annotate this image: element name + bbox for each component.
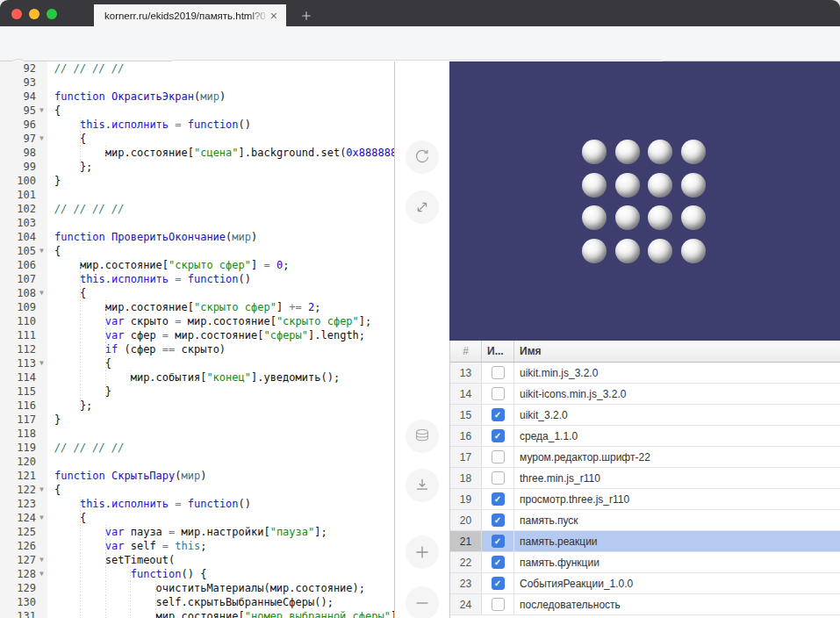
file-name[interactable]: uikit-icons.min.js_3.2.0 — [514, 384, 840, 404]
code-line[interactable]: } — [47, 174, 394, 188]
memory-sphere[interactable] — [648, 173, 672, 198]
code-line[interactable]: function ПроверитьОкончание(мир) — [47, 230, 394, 244]
fold-arrow-icon[interactable]: ▼ — [36, 511, 47, 525]
memory-sphere[interactable] — [648, 205, 672, 230]
refresh-button[interactable] — [406, 140, 439, 174]
code-line[interactable]: function() { — [47, 567, 394, 581]
code-line[interactable]: мир.состояние["скрыто сфер"] += 2; — [47, 300, 394, 314]
table-row[interactable]: 19просмотр.three.js_r110 — [450, 489, 840, 510]
zoom-window-button[interactable] — [47, 9, 57, 19]
file-name[interactable]: последовательность — [514, 594, 840, 614]
code-line[interactable]: { — [47, 244, 394, 258]
fold-arrow-icon[interactable]: ▼ — [36, 244, 47, 258]
code-line[interactable]: if (сфер == скрыто) — [47, 342, 394, 356]
used-checkbox[interactable] — [492, 429, 505, 442]
memory-sphere[interactable] — [582, 173, 607, 198]
used-checkbox[interactable] — [492, 471, 505, 485]
file-name[interactable]: просмотр.three.js_r110 — [514, 489, 840, 509]
table-row[interactable]: 20память.пуск — [450, 510, 840, 531]
code-line[interactable]: // // // // — [47, 61, 394, 75]
used-checkbox[interactable] — [492, 492, 505, 506]
code-editor[interactable]: 92939495▼9697▼9899100101102103104105▼106… — [0, 61, 395, 618]
code-line[interactable]: var скрыто = мир.состояние["скрыто сфер"… — [47, 314, 394, 328]
memory-sphere[interactable] — [615, 140, 640, 164]
code-line[interactable]: мир.состояние["скрыто сфер"] = 0; — [47, 258, 394, 272]
browser-tab[interactable]: kornerr.ru/ekids2019/память.html?0 × — [94, 4, 286, 26]
fold-arrow-icon[interactable]: ▼ — [36, 132, 47, 146]
new-tab-button[interactable] — [295, 4, 318, 26]
code-line[interactable]: мир.состояние["номер выбранной сферы"] — [47, 609, 394, 618]
memory-sphere[interactable] — [582, 205, 607, 230]
fold-arrow-icon[interactable]: ▼ — [36, 104, 47, 118]
file-name[interactable]: память.реакции — [514, 531, 840, 551]
fold-arrow-icon[interactable]: ▼ — [36, 567, 47, 581]
used-checkbox[interactable] — [492, 598, 505, 611]
code-line[interactable]: { — [47, 132, 394, 146]
file-name[interactable]: муром.редактор.шрифт-22 — [514, 447, 840, 467]
plus-button[interactable] — [406, 535, 439, 569]
code-line[interactable] — [47, 216, 394, 230]
used-checkbox[interactable] — [492, 577, 505, 590]
table-row[interactable]: 16среда_1.1.0 — [450, 426, 840, 447]
file-name[interactable]: СобытияРеакции_1.0.0 — [514, 573, 840, 593]
code-line[interactable]: this.исполнить = function() — [47, 272, 394, 286]
code-line[interactable]: function СкрытьПару(мир) — [47, 469, 394, 483]
code-line[interactable]: мир.состояние["сцена"].background.set(0x… — [47, 146, 394, 160]
table-row[interactable]: 23СобытияРеакции_1.0.0 — [450, 573, 840, 594]
table-row[interactable]: 13uikit.min.js_3.2.0 — [450, 363, 840, 384]
minimize-window-button[interactable] — [29, 9, 39, 19]
file-name[interactable]: память.пуск — [514, 510, 840, 530]
expand-button[interactable] — [406, 190, 439, 224]
memory-sphere[interactable] — [615, 239, 640, 263]
memory-sphere[interactable] — [681, 239, 706, 263]
used-checkbox[interactable] — [492, 450, 505, 464]
code-line[interactable]: } — [47, 413, 394, 427]
used-checkbox[interactable] — [492, 366, 505, 379]
fold-arrow-icon[interactable]: ▼ — [36, 553, 47, 567]
memory-sphere[interactable] — [648, 140, 672, 164]
code-line[interactable]: { — [47, 511, 394, 525]
used-checkbox[interactable] — [492, 408, 505, 421]
table-row[interactable]: 21память.реакции — [450, 531, 840, 552]
code-line[interactable] — [47, 427, 394, 441]
file-name[interactable]: three.min.js_r110 — [514, 468, 840, 488]
table-row[interactable]: 24последовательность — [450, 594, 840, 615]
used-checkbox[interactable] — [492, 556, 505, 569]
code-line[interactable]: { — [47, 483, 394, 497]
code-line[interactable]: { — [47, 286, 394, 300]
fold-arrow-icon[interactable]: ▼ — [36, 356, 47, 370]
table-row[interactable]: 22память.функции — [450, 552, 840, 573]
download-button[interactable] — [406, 469, 439, 502]
code-line[interactable]: var self = this; — [47, 539, 394, 553]
file-name[interactable]: uikit_3.2.0 — [514, 405, 840, 425]
code-line[interactable]: мир.события["конец"].уведомить(); — [47, 370, 394, 384]
code-line[interactable]: setTimeout( — [47, 553, 394, 567]
code-line[interactable]: очиститьМатериалы(мир.состояние); — [47, 581, 394, 595]
file-name[interactable]: память.функции — [514, 552, 840, 572]
table-row[interactable]: 17муром.редактор.шрифт-22 — [450, 447, 840, 468]
table-row[interactable]: 18three.min.js_r110 — [450, 468, 840, 489]
code-line[interactable]: } — [47, 384, 394, 399]
used-checkbox[interactable] — [492, 514, 505, 527]
fold-arrow-icon[interactable]: ▼ — [36, 483, 47, 497]
table-row[interactable]: 14uikit-icons.min.js_3.2.0 — [450, 384, 840, 405]
code-line[interactable]: var пауза = мир.настройки["пауза"]; — [47, 525, 394, 539]
code-line[interactable]: this.исполнить = function() — [47, 118, 394, 132]
code-line[interactable]: }; — [47, 399, 394, 413]
table-row[interactable]: 15uikit_3.2.0 — [450, 405, 840, 426]
memory-sphere[interactable] — [582, 239, 607, 263]
code-line[interactable]: var сфер = мир.состояние["сферы"].length… — [47, 328, 394, 342]
code-line[interactable]: this.исполнить = function() — [47, 497, 394, 511]
code-line[interactable] — [47, 188, 394, 202]
code-line[interactable]: { — [47, 104, 394, 118]
code-line[interactable]: { — [47, 356, 394, 370]
memory-sphere[interactable] — [648, 239, 672, 263]
code-line[interactable]: }; — [47, 160, 394, 174]
memory-sphere[interactable] — [681, 140, 706, 164]
file-name[interactable]: среда_1.1.0 — [514, 426, 840, 446]
3d-viewport[interactable] — [449, 61, 840, 341]
database-button[interactable] — [406, 420, 439, 453]
memory-sphere[interactable] — [681, 205, 706, 230]
memory-sphere[interactable] — [681, 173, 706, 198]
code-line[interactable] — [47, 75, 394, 90]
